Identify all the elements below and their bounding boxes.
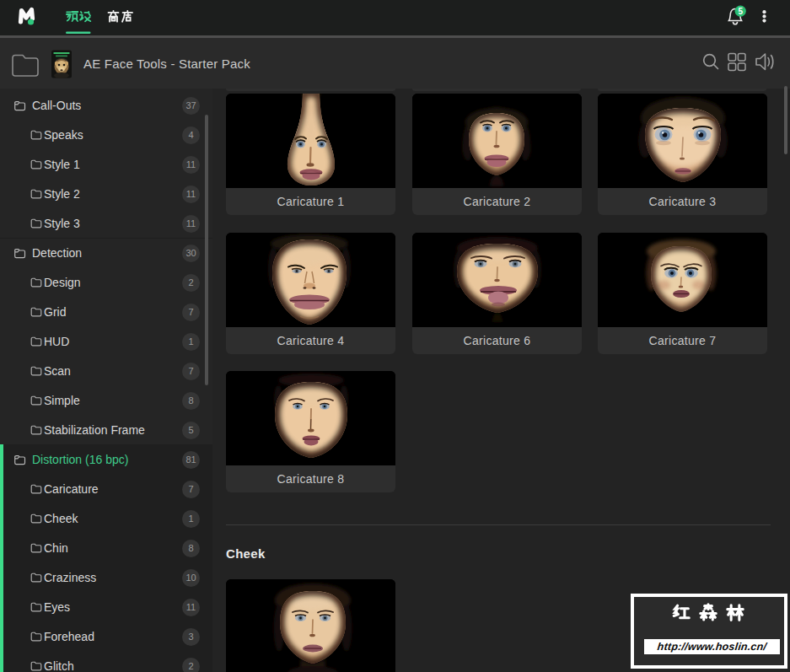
svg-text:5: 5 <box>738 7 743 16</box>
